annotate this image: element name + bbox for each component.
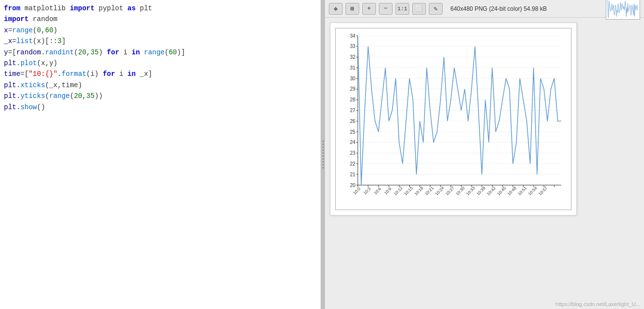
splitter-dot xyxy=(322,141,324,142)
svg-text:29: 29 xyxy=(350,86,356,92)
svg-text:32: 32 xyxy=(350,54,356,60)
splitter-dot xyxy=(322,152,324,154)
splitter-dot xyxy=(322,155,324,157)
code-line: plt.plot(x,y) xyxy=(4,58,317,69)
svg-text:26: 26 xyxy=(350,119,356,124)
code-line: plt.xticks(_x,time) xyxy=(4,80,317,91)
svg-text:34: 34 xyxy=(350,33,356,39)
zoom-in-button[interactable]: + xyxy=(362,3,376,15)
svg-text:23: 23 xyxy=(350,150,356,156)
chart-inner: 20212223242526272829303132333410:010:310… xyxy=(335,28,571,210)
svg-text:33: 33 xyxy=(350,44,356,49)
code-line: plt.yticks(range(20,35)) xyxy=(4,91,317,101)
svg-text:31: 31 xyxy=(350,65,356,71)
code-lines: from matplotlib import pyplot as pltimpo… xyxy=(4,3,317,113)
move-button[interactable]: ✥ xyxy=(329,3,343,15)
splitter-dot xyxy=(322,164,324,166)
code-panel: from matplotlib import pyplot as pltimpo… xyxy=(0,0,321,309)
svg-text:30: 30 xyxy=(350,76,356,81)
splitter-dot xyxy=(322,143,324,145)
main-container: from matplotlib import pyplot as pltimpo… xyxy=(0,0,644,309)
svg-text:24: 24 xyxy=(350,140,356,145)
splitter-dot xyxy=(322,161,324,163)
chart-container: 20212223242526272829303132333410:010:310… xyxy=(330,23,577,215)
svg-text:21: 21 xyxy=(350,172,356,177)
right-panel: ✥ ⊞ + − 1:1 ⬜ ✎ 640x480 PNG (24-bit colo… xyxy=(325,0,644,309)
svg-text:20: 20 xyxy=(350,183,356,188)
splitter-dot xyxy=(322,149,324,151)
image-area[interactable]: 20212223242526272829303132333410:010:310… xyxy=(325,18,644,309)
watermark: https://blog.csdn.net/Laxerlight_U... xyxy=(556,301,640,307)
svg-rect-0 xyxy=(336,28,571,210)
code-line: plt.show() xyxy=(4,102,317,113)
splitter-dot xyxy=(322,167,324,168)
one-to-one-button[interactable]: 1:1 xyxy=(396,3,409,15)
chart-svg: 20212223242526272829303132333410:010:310… xyxy=(336,28,571,210)
splitter-dot xyxy=(322,146,324,148)
svg-text:25: 25 xyxy=(350,129,356,135)
code-line: _x=list(x)[::3] xyxy=(4,36,317,47)
code-line: y=[random.randint(20,35) for i in range(… xyxy=(4,47,317,58)
code-line: x=range(0,60) xyxy=(4,25,317,36)
zoom-out-button[interactable]: − xyxy=(379,3,393,15)
image-info: 640x480 PNG (24-bit color) 54.98 kB xyxy=(450,5,547,12)
pencil-button[interactable]: ✎ xyxy=(429,3,443,15)
svg-text:27: 27 xyxy=(350,108,356,113)
fit-button[interactable]: ⬜ xyxy=(412,3,426,15)
code-line: from matplotlib import pyplot as plt xyxy=(4,3,317,14)
thumbnail-canvas xyxy=(606,0,640,19)
svg-text:22: 22 xyxy=(350,161,356,166)
code-line: import random xyxy=(4,14,317,24)
splitter-dot xyxy=(322,158,324,160)
svg-text:28: 28 xyxy=(350,97,356,102)
grid-button[interactable]: ⊞ xyxy=(346,3,359,15)
toolbar: ✥ ⊞ + − 1:1 ⬜ ✎ 640x480 PNG (24-bit colo… xyxy=(325,0,644,18)
code-line: time=["10:{}".format(i) for i in _x] xyxy=(4,69,317,79)
splitter[interactable] xyxy=(321,0,325,309)
thumbnail xyxy=(606,0,640,20)
